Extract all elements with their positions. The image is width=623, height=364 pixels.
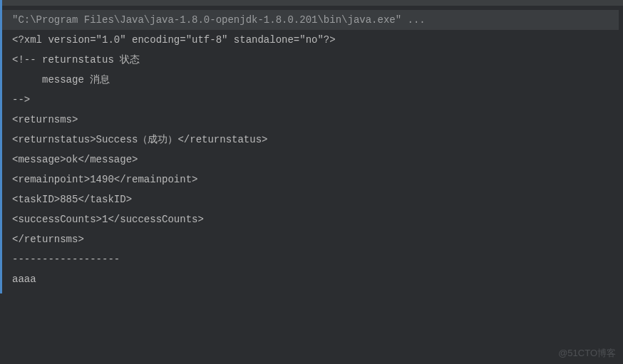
watermark: @51CTO博客 bbox=[558, 347, 616, 360]
output-line: <!-- returnstatus 状态 bbox=[2, 50, 623, 70]
output-line: <?xml version="1.0" encoding="utf-8" sta… bbox=[2, 30, 623, 50]
command-line: "C:\Program Files\Java\java-1.8.0-openjd… bbox=[2, 10, 619, 30]
output-line: aaaa bbox=[2, 269, 623, 289]
output-line: <message>ok</message> bbox=[2, 150, 623, 170]
output-line: <successCounts>1</successCounts> bbox=[2, 209, 623, 229]
output-line: --> bbox=[2, 90, 623, 110]
titlebar-strip bbox=[0, 0, 623, 6]
output-line: <returnstatus>Success（成功）</returnstatus> bbox=[2, 130, 623, 150]
output-line: <taskID>885</taskID> bbox=[2, 189, 623, 209]
console-output[interactable]: "C:\Program Files\Java\java-1.8.0-openjd… bbox=[0, 6, 623, 293]
output-line: ------------------ bbox=[2, 249, 623, 269]
output-line: message 消息 bbox=[2, 70, 623, 90]
output-line: </returnsms> bbox=[2, 229, 623, 249]
output-line: <remainpoint>1490</remainpoint> bbox=[2, 170, 623, 189]
output-line: <returnsms> bbox=[2, 110, 623, 130]
